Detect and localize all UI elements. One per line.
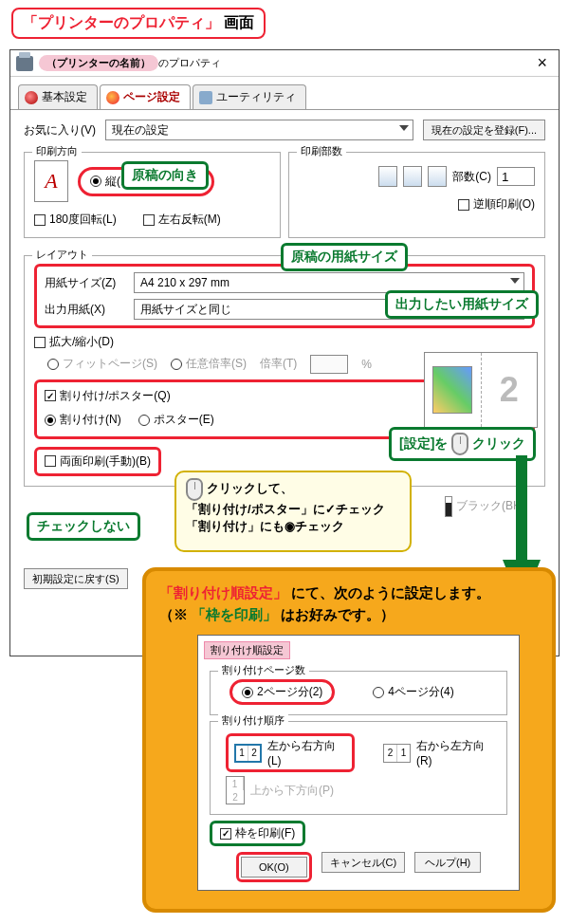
title-suffix: のプロパティ <box>158 56 221 70</box>
explainer-head-rest: にて、次のように設定します。 <box>291 584 490 601</box>
checkbox-print-frame-label: 枠を印刷(F) <box>235 825 295 841</box>
checkbox-icon <box>45 455 56 467</box>
radio-2pages[interactable]: 2ページ分(2) <box>242 684 322 700</box>
cloud-line1: クリックして、 <box>207 481 293 495</box>
preview-page1-icon <box>432 366 472 414</box>
checkbox-icon <box>34 214 46 226</box>
explainer-head2-pre: （※ <box>159 606 188 622</box>
order-lr-icon[interactable]: 12 <box>234 744 262 763</box>
copies-group-title: 印刷部数 <box>297 144 346 158</box>
wrench-icon <box>199 91 212 104</box>
preview-page2-number: 2 <box>500 370 519 410</box>
checkbox-icon <box>45 390 56 401</box>
tab-basic-label: 基本設定 <box>42 89 87 105</box>
pages-per-sheet-group: 割り付けページ数 2ページ分(2) 4ページ分(4) <box>210 671 507 715</box>
tab-utility[interactable]: ユーティリティ <box>193 84 306 109</box>
checkbox-icon <box>220 828 231 840</box>
radio-nup-label: 割り付け(N) <box>60 412 121 428</box>
mouse-icon <box>451 433 468 455</box>
callout-orientation: 原稿の向き <box>121 161 209 190</box>
radio-dot-icon <box>373 687 384 698</box>
ratio-label: 倍率(T) <box>260 356 297 372</box>
radio-4pages-label: 4ページ分(4) <box>388 684 453 700</box>
orientation-preview-icon: A <box>34 160 68 202</box>
checkbox-scale-label: 拡大/縮小(D) <box>49 334 114 350</box>
radio-nup[interactable]: 割り付け(N) <box>45 412 121 428</box>
checkbox-icon <box>458 199 469 211</box>
tab-page-label: ページ設定 <box>123 89 180 105</box>
radio-poster-label: ポスター(E) <box>154 412 214 428</box>
explainer-head2-green: 「枠を印刷」 <box>192 606 277 622</box>
nup-order-dialog-title: 割り付け順設定 <box>204 641 290 659</box>
highlight-print-frame: 枠を印刷(F) <box>210 821 305 846</box>
register-favorite-button[interactable]: 現在の設定を登録(F)... <box>423 120 545 140</box>
radio-dot-icon <box>45 415 56 426</box>
explainer-head-red: 「割り付け順設定」 <box>159 584 287 601</box>
tab-bar: 基本設定 ページ設定 ユーティリティ <box>10 77 559 110</box>
copies-label: 部数(C) <box>452 169 491 185</box>
callout-paper-output: 出力したい用紙サイズ <box>385 290 539 319</box>
tab-basic[interactable]: 基本設定 <box>18 84 98 109</box>
ratio-input <box>310 355 348 374</box>
paper-size-label: 用紙サイズ(Z) <box>45 275 126 291</box>
checkbox-reverse-order[interactable]: 逆順印刷(O) <box>458 196 535 213</box>
page-heading-black: 画面 <box>224 14 254 30</box>
checkbox-print-frame[interactable]: 枠を印刷(F) <box>220 825 295 841</box>
checkbox-rotate180-label: 180度回転(L) <box>49 212 117 228</box>
checkbox-reverse-label: 逆順印刷(O) <box>473 196 535 213</box>
tab-utility-label: ユーティリティ <box>216 89 296 105</box>
checkbox-mirror[interactable]: 左右反転(M) <box>143 212 221 228</box>
tab-page-setup[interactable]: ページ設定 <box>100 84 191 109</box>
title-bar: （プリンターの名前） のプロパティ × <box>10 50 559 77</box>
ratio-unit: % <box>361 358 372 371</box>
palette-icon <box>106 91 119 104</box>
favorites-row: お気に入り(V) 現在の設定 現在の設定を登録(F)... <box>24 120 545 140</box>
checkbox-nup-poster[interactable]: 割り付け/ポスター(Q) <box>45 388 171 404</box>
radio-poster[interactable]: ポスター(E) <box>138 412 214 428</box>
callout-click-post: クリック <box>472 435 525 453</box>
output-paper-label: 出力用紙(X) <box>45 302 126 318</box>
callout-click-pre: [設定]を <box>399 435 448 453</box>
mouse-icon <box>186 478 203 501</box>
copies-input[interactable] <box>497 167 535 186</box>
printer-properties-dialog: （プリンターの名前） のプロパティ × 基本設定 ページ設定 ユーティリティ お… <box>9 49 560 656</box>
radio-fit-label: フィットページ(S) <box>63 356 157 372</box>
printer-icon <box>16 56 33 71</box>
layout-order-title: 割り付け順序 <box>218 713 288 728</box>
duplex-highlight: 両面印刷(手動)(B) <box>34 447 161 476</box>
checkbox-icon <box>143 214 155 226</box>
cancel-button[interactable]: キャンセル(C) <box>321 852 405 873</box>
checkbox-rotate180[interactable]: 180度回転(L) <box>34 212 117 228</box>
restore-defaults-button[interactable]: 初期設定に戻す(S) <box>24 568 128 589</box>
favorites-label: お気に入り(V) <box>24 122 96 139</box>
output-paper-value: 用紙サイズと同じ <box>140 302 231 318</box>
checkbox-scale[interactable]: 拡大/縮小(D) <box>34 334 114 350</box>
close-button[interactable]: × <box>531 53 553 73</box>
ok-button[interactable]: OK(O) <box>241 857 307 878</box>
checkbox-icon <box>34 337 46 348</box>
checkbox-nup-label: 割り付け/ポスター(Q) <box>60 388 171 404</box>
layout-order-group: 割り付け順序 12 左から右方向(L) 21 右から左方向(R) 12 上から下… <box>210 721 507 815</box>
highlight-ok: OK(O) <box>236 852 312 882</box>
radio-4pages[interactable]: 4ページ分(4) <box>373 684 453 700</box>
pages-per-sheet-title: 割り付けページ数 <box>218 663 309 677</box>
radio-arbitrary-label: 任意倍率(S) <box>186 356 247 372</box>
explainer-head2-post: はお好みです。） <box>281 606 395 622</box>
highlight-left-to-right: 12 左から右方向(L) <box>226 733 355 772</box>
radio-arbitrary-scale: 任意倍率(S) <box>171 356 247 372</box>
chevron-down-icon <box>399 125 409 131</box>
favorites-select[interactable]: 現在の設定 <box>105 120 413 140</box>
radio-dot-icon <box>47 359 59 370</box>
radio-dot-icon <box>171 359 182 370</box>
cloud-instruction: クリックして、 「割り付け/ポスター」に✓チェック 「割り付け」にも◉チェック <box>174 471 412 552</box>
nup-order-explainer-panel: 「割り付け順設定」 にて、次のように設定します。 （※ 「枠を印刷」 はお好みで… <box>142 567 556 913</box>
checkbox-duplex-manual[interactable]: 両面印刷(手動)(B) <box>45 453 151 470</box>
radio-dot-icon <box>90 176 101 187</box>
help-button[interactable]: ヘルプ(H) <box>414 852 481 873</box>
order-lr-label: 左から右方向(L) <box>267 738 346 767</box>
order-right-to-left[interactable]: 21 右から左方向(R) <box>383 738 497 767</box>
order-tb-label: 上から下方向(P) <box>250 783 334 799</box>
checkbox-duplex-label: 両面印刷(手動)(B) <box>60 453 151 470</box>
layout-preview-thumb: 2 <box>424 352 538 428</box>
favorites-value: 現在の設定 <box>112 122 169 139</box>
